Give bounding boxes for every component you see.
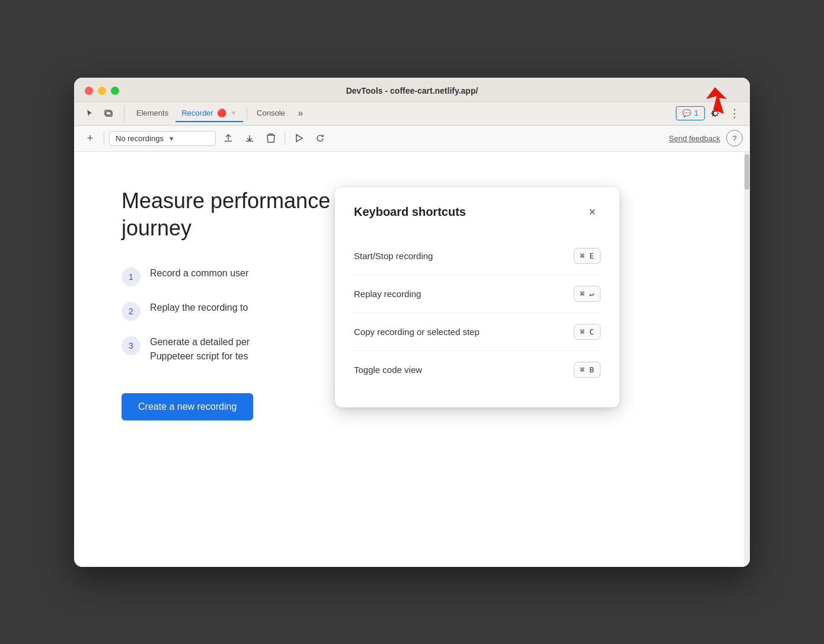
minimize-button[interactable] [98, 87, 106, 95]
send-feedback-button[interactable]: Send feedback [666, 132, 723, 145]
scrollbar-thumb [745, 154, 749, 190]
notification-button[interactable]: 💬 1 [676, 106, 705, 120]
main-title-line1: Measure performance [122, 189, 330, 213]
create-recording-label: Create a new recording [138, 401, 237, 412]
more-tabs-button[interactable]: » [292, 105, 309, 122]
upload-recording-button[interactable] [219, 129, 237, 147]
tab-icons [81, 105, 124, 122]
browser-window: DevTools - coffee-cart.netlify.app/ Elem… [74, 78, 750, 567]
cursor-icon[interactable] [81, 105, 98, 122]
replay-icon [315, 133, 325, 144]
help-icon: ? [732, 134, 736, 143]
shortcut-label-3: Copy recording or selected step [354, 327, 480, 337]
recordings-dropdown[interactable]: No recordings ▾ [109, 131, 216, 146]
shortcut-label-1: Start/Stop recording [354, 251, 433, 261]
play-recording-button[interactable] [290, 129, 308, 147]
shortcut-label-4: Toggle code view [354, 365, 422, 375]
dropdown-chevron-icon: ▾ [170, 134, 174, 143]
play-icon [293, 133, 304, 144]
add-recording-button[interactable]: + [81, 129, 99, 147]
shortcut-row-1: Start/Stop recording ⌘ E [354, 237, 601, 275]
shortcut-row-3: Copy recording or selected step ⌘ C [354, 313, 601, 351]
tab-separator [247, 107, 247, 119]
tab-recorder-label: Recorder [181, 109, 213, 117]
layers-icon[interactable] [100, 105, 117, 122]
shortcut-key-3: ⌘ C [574, 324, 601, 340]
delete-recording-button[interactable] [262, 129, 280, 147]
download-recording-button[interactable] [241, 129, 258, 147]
no-recordings-label: No recordings [116, 134, 164, 143]
devtools-menu-icon[interactable]: ⋮ [726, 105, 743, 122]
step-number-3: 3 [122, 336, 140, 355]
modal-title: Keyboard shortcuts [354, 205, 466, 219]
recorder-icon: 🔴 [217, 109, 226, 117]
download-icon [244, 133, 255, 144]
step-number-2: 2 [122, 302, 140, 321]
devtools-tabs: Elements Recorder 🔴 × Console » 💬 1 [74, 102, 750, 126]
traffic-lights [85, 87, 119, 95]
tab-elements-label: Elements [136, 109, 168, 117]
close-icon: × [589, 205, 596, 219]
shortcut-row-2: Replay recording ⌘ ↵ [354, 275, 601, 313]
scrollbar[interactable] [744, 152, 750, 567]
step-text-1: Record a common user [150, 266, 248, 280]
modal-close-button[interactable]: × [584, 204, 601, 221]
tab-recorder-close[interactable]: × [230, 109, 237, 117]
shortcut-key-1: ⌘ E [574, 248, 601, 264]
shortcut-row-4: Toggle code view ⌘ B [354, 351, 601, 388]
window-title: DevTools - coffee-cart.netlify.app/ [346, 86, 478, 95]
tab-console-label: Console [257, 109, 285, 117]
keyboard-shortcuts-modal: Keyboard shortcuts × Start/Stop recordin… [335, 187, 619, 407]
step-text-2: Replay the recording to [150, 301, 248, 315]
create-recording-button[interactable]: Create a new recording [122, 393, 253, 420]
main-content: Measure performance journey 1 Record a c… [74, 152, 750, 567]
main-title-line2: journey [122, 216, 191, 240]
replay-recording-button[interactable] [311, 129, 329, 147]
close-button[interactable] [85, 87, 93, 95]
recorder-toolbar: + No recordings ▾ [74, 126, 750, 152]
shortcut-key-2: ⌘ ↵ [574, 286, 601, 302]
tab-console[interactable]: Console [251, 105, 291, 122]
maximize-button[interactable] [111, 87, 119, 95]
title-bar: DevTools - coffee-cart.netlify.app/ [74, 78, 750, 102]
tab-recorder[interactable]: Recorder 🔴 × [175, 105, 243, 122]
more-tabs-icon: » [298, 108, 303, 119]
notification-chat-icon: 💬 [682, 109, 691, 117]
shortcut-key-4: ⌘ B [574, 362, 601, 378]
shortcut-label-2: Replay recording [354, 289, 421, 299]
menu-dots-icon: ⋮ [729, 107, 740, 120]
step-text-3: Generate a detailed per Puppeteer script… [150, 335, 250, 364]
step-number-1: 1 [122, 267, 140, 286]
modal-header: Keyboard shortcuts × [354, 204, 601, 221]
tab-elements[interactable]: Elements [130, 105, 174, 122]
add-icon: + [87, 132, 94, 145]
devtools-settings-icon[interactable] [707, 105, 724, 122]
help-button[interactable]: ? [726, 130, 743, 146]
tabs-right: 💬 1 ⋮ [676, 105, 743, 122]
notification-count: 1 [694, 109, 698, 117]
delete-icon [266, 133, 276, 144]
upload-icon [223, 133, 234, 144]
toolbar-divider-2 [285, 132, 285, 145]
svg-marker-3 [296, 135, 302, 142]
toolbar-divider-1 [104, 132, 104, 145]
